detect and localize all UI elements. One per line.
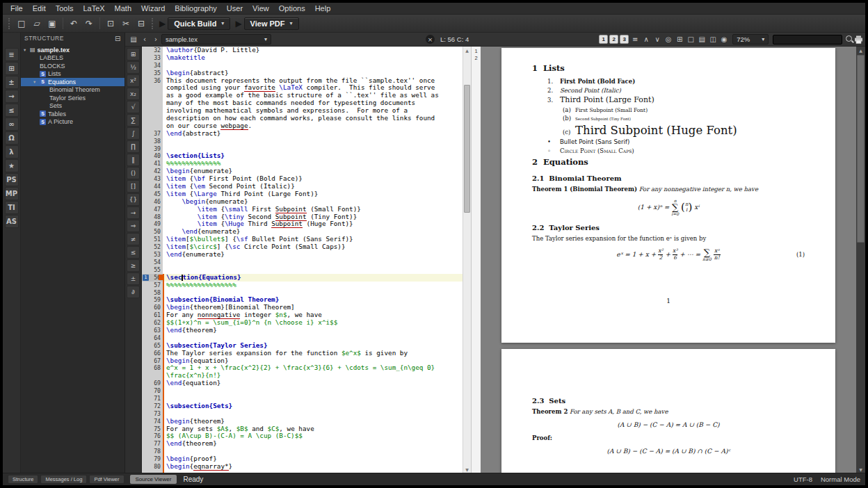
code-line[interactable]: 57%%%%%%%%%%%%%%%%%% — [142, 282, 463, 289]
most-used-symbols-icon[interactable]: ★ — [5, 159, 19, 172]
misc-math-symbols-icon[interactable]: ≤ — [5, 104, 19, 117]
structure-item-blocks[interactable]: BLOCKS — [21, 62, 124, 70]
pstricks-tab-icon[interactable]: PS — [5, 173, 19, 186]
expand-arrow-icon[interactable]: ▾ — [33, 79, 40, 85]
expand-arrow-icon[interactable]: ▾ — [24, 47, 30, 53]
fit-page-icon[interactable]: □ — [685, 34, 696, 45]
brackets-icon[interactable]: [] — [127, 180, 140, 193]
fraction-icon[interactable]: ½ — [127, 61, 140, 74]
presentation-view-icon[interactable]: ◉ — [718, 34, 730, 45]
code-line[interactable]: 80\begin{eqnarray*} — [142, 463, 463, 471]
menu-item-edit[interactable]: Edit — [28, 3, 51, 13]
two-pages-view-icon[interactable]: ◫ — [707, 34, 718, 45]
menu-item-user[interactable]: User — [222, 3, 248, 13]
scroll-down-icon[interactable]: ▼ — [463, 466, 471, 473]
run-view-pdf-icon[interactable]: ▶ — [235, 19, 241, 29]
menu-item-view[interactable]: View — [248, 3, 274, 13]
product-icon[interactable]: ∏ — [127, 140, 140, 153]
code-line[interactable]: 63\end{theorem} — [142, 327, 463, 334]
pdf-page-list-item[interactable]: 1 — [474, 48, 477, 54]
structure-item-labels[interactable]: LABELS — [21, 54, 124, 63]
metapost-tab-icon[interactable]: MP — [5, 187, 19, 200]
code-line[interactable]: 53\end{enumerate} — [142, 251, 463, 259]
pdf-scrollbar-thumb[interactable] — [857, 55, 865, 243]
greek-symbols-icon[interactable]: Ω — [5, 131, 19, 145]
superscript-icon[interactable]: x² — [127, 74, 140, 87]
bookmark-3-button[interactable]: 3 — [620, 35, 629, 44]
plus-minus-icon[interactable]: ± — [127, 273, 140, 285]
parentheses-icon[interactable]: () — [127, 167, 140, 179]
tikz-tab-icon[interactable]: TI — [5, 201, 19, 214]
sqrt-icon[interactable]: √ — [127, 101, 140, 113]
print-icon[interactable] — [854, 35, 863, 44]
continuous-view-icon[interactable]: ▤ — [696, 34, 707, 45]
code-line[interactable]: 72\subsection{Sets} — [142, 402, 463, 410]
panel-tab-pdf-viewer[interactable]: Pdf Viewer — [89, 475, 124, 484]
structure-item-binomial-theorem[interactable]: Binomial Theorem — [21, 86, 124, 95]
pdf-scrollbar[interactable]: ▲ ▼ — [856, 47, 865, 473]
bookmark-1-button[interactable]: 1 — [599, 35, 608, 44]
relation-symbols-icon[interactable]: ± — [5, 76, 19, 89]
code-area[interactable]: 32\author{David P. Little}33\maketitle34… — [142, 47, 463, 473]
delimiters-icon[interactable]: ∞ — [5, 117, 19, 131]
undo-icon[interactable]: ↶ — [67, 17, 81, 31]
cut-icon[interactable]: ✂ — [119, 17, 133, 31]
editor-scrollbar[interactable]: ▲ ▼ — [463, 47, 471, 473]
asymptote-tab-icon[interactable]: AS — [5, 215, 19, 228]
menu-item-tools[interactable]: Tools — [51, 3, 79, 13]
menu-item-bibliography[interactable]: Bibliography — [170, 3, 222, 13]
redo-icon[interactable]: ↷ — [82, 17, 96, 31]
partial-icon[interactable]: ∂ — [127, 286, 140, 298]
scroll-down-icon[interactable]: ▼ — [856, 466, 865, 473]
quick-build-dropdown[interactable]: Quick Build ▾ — [168, 17, 230, 30]
structure-item-tables[interactable]: STables — [21, 110, 124, 118]
panel-tab-structure[interactable]: Structure — [8, 475, 38, 484]
run-quick-build-icon[interactable]: ▶ — [159, 19, 166, 29]
paste-icon[interactable]: ⊟ — [134, 17, 148, 31]
pdf-sync-icon[interactable]: ◎ — [663, 34, 674, 45]
tab-source-viewer[interactable]: Source Viewer — [130, 475, 177, 484]
structure-tab-icon[interactable]: ≡ — [5, 48, 19, 61]
implies-icon[interactable]: ⇒ — [127, 220, 140, 232]
code-line[interactable]: 33\maketitle — [142, 54, 463, 62]
code-line[interactable]: 69\end{equation} — [142, 380, 463, 387]
block-list-icon[interactable]: ≡ — [629, 34, 641, 45]
code-line[interactable]: 54 — [142, 259, 463, 266]
pdf-search-input[interactable] — [773, 35, 842, 44]
new-file-icon[interactable]: □ — [15, 17, 29, 31]
open-file-icon[interactable]: ▱ — [30, 17, 44, 31]
structure-item-sample-tex[interactable]: ▾▤sample.tex — [21, 46, 124, 54]
scroll-up-icon[interactable]: ▲ — [463, 47, 471, 54]
close-document-icon[interactable]: × — [426, 35, 435, 44]
editor-scrollbar-thumb[interactable] — [464, 85, 470, 213]
structure-item-taylor-series[interactable]: Taylor Series — [21, 94, 124, 102]
next-section-icon[interactable]: ∨ — [652, 34, 663, 45]
search-icon[interactable] — [845, 35, 854, 44]
subscript-icon[interactable]: x₂ — [127, 88, 140, 100]
previous-document-icon[interactable]: ‹ — [139, 34, 150, 45]
braces-icon[interactable]: {} — [127, 193, 140, 206]
code-line[interactable]: 38 — [142, 138, 463, 145]
previous-section-icon[interactable]: ∧ — [641, 34, 652, 45]
neq-icon[interactable]: ≠ — [127, 233, 140, 245]
menu-item-latex[interactable]: LaTeX — [78, 3, 109, 13]
view-pdf-dropdown[interactable]: View PDF ▾ — [244, 17, 299, 30]
menu-item-math[interactable]: Math — [110, 3, 136, 13]
matrix-icon[interactable]: ⊞ — [127, 48, 140, 60]
integral-icon[interactable]: ∫ — [127, 127, 140, 140]
menu-item-options[interactable]: Options — [274, 3, 310, 13]
open-file-combo[interactable]: sample.tex ▾ — [161, 34, 271, 44]
collapse-all-icon[interactable]: ⊟ — [115, 35, 121, 42]
arrow-right-icon[interactable]: → — [127, 206, 140, 219]
sum-icon[interactable]: ∑ — [127, 114, 140, 127]
code-line[interactable]: 70 — [142, 387, 463, 395]
pdf-page-list-item[interactable]: 2 — [474, 55, 477, 61]
pdf-viewer[interactable]: 1 Lists 1.First Point (Bold Face)2.Secon… — [481, 47, 856, 473]
bookmark-2-button[interactable]: 2 — [609, 35, 618, 44]
structure-item-sets[interactable]: Sets — [21, 102, 124, 111]
scroll-up-icon[interactable]: ▲ — [856, 47, 865, 54]
structure-toggle-icon[interactable]: ▤ — [128, 34, 139, 45]
zoom-combo[interactable]: 72% ▾ — [732, 34, 769, 44]
menu-item-wizard[interactable]: Wizard — [136, 3, 170, 13]
cyrillic-symbols-icon[interactable]: λ — [5, 145, 19, 158]
